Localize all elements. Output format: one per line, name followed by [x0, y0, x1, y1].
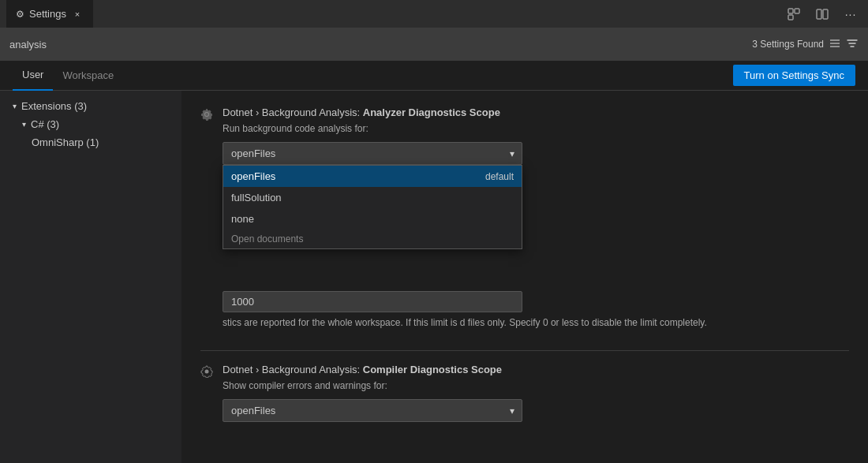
sidebar-item-extensions[interactable]: ▾ Extensions (3) [0, 97, 181, 115]
setting-desc-2: Show compiler errors and warnings for: [223, 380, 849, 391]
setting-content-1: Dotnet › Background Analysis: Analyzer D… [223, 106, 849, 328]
content-area: Dotnet › Background Analysis: Analyzer D… [181, 91, 868, 463]
search-right: 3 Settings Found [752, 37, 859, 52]
settings-found-badge: 3 Settings Found [752, 39, 824, 50]
dropdown-arrow-1: ▾ [510, 148, 514, 159]
settings-tab-icon: ⚙ [16, 9, 24, 20]
header-row: User Workspace Turn on Settings Sync [0, 61, 868, 91]
chevron-extensions-icon: ▾ [13, 102, 17, 110]
dropdown-value-1: openFiles [231, 147, 275, 159]
search-bar: 3 Settings Found [0, 28, 868, 61]
svg-point-8 [205, 370, 209, 374]
svg-rect-2 [788, 15, 793, 20]
dropdown-option-openfiles-default: default [485, 171, 514, 182]
title-bar: ⚙ Settings × ··· [0, 0, 868, 28]
settings-tab-label: Settings [29, 8, 66, 20]
svg-rect-3 [817, 9, 821, 19]
dropdown-option-none-label: none [231, 213, 254, 225]
truncated-desc-1: stics are reported for the whole workspa… [223, 317, 849, 328]
title-bar-actions: ··· [783, 3, 862, 25]
list-icon[interactable] [829, 37, 841, 52]
sync-button[interactable]: Turn on Settings Sync [733, 65, 855, 86]
setting-content-2: Dotnet › Background Analysis: Compiler D… [223, 364, 849, 422]
dropdown-option-fullsolution[interactable]: fullSolution [223, 187, 522, 208]
svg-rect-0 [788, 9, 793, 13]
settings-tab[interactable]: ⚙ Settings × [6, 0, 93, 28]
setting-title-bold-1: Analyzer Diagnostics Scope [363, 106, 500, 118]
sidebar-item-csharp[interactable]: ▾ C# (3) [0, 115, 181, 133]
dropdown-select-1[interactable]: openFiles ▾ [223, 142, 522, 165]
dropdown-select-2[interactable]: openFiles ▾ [223, 399, 522, 422]
dropdown-arrow-2: ▾ [510, 405, 514, 416]
chevron-csharp-icon: ▾ [22, 120, 26, 129]
open-editors-button[interactable] [783, 3, 805, 25]
dropdown-option-none[interactable]: none [223, 208, 522, 230]
svg-rect-4 [823, 9, 828, 19]
number-input-row [223, 291, 849, 312]
tab-user[interactable]: User [13, 61, 53, 91]
setting-desc-1: Run background code analysis for: [223, 123, 849, 134]
sidebar-item-label-omnisharp: OmniSharp (1) [32, 136, 99, 148]
tab-workspace[interactable]: Workspace [53, 61, 123, 91]
setting-title-bold-2: Compiler Diagnostics Scope [363, 364, 502, 375]
sidebar: ▾ Extensions (3) ▾ C# (3) OmniSharp (1) [0, 91, 181, 463]
sidebar-item-label-csharp: C# (3) [31, 118, 59, 130]
sidebar-item-omnisharp[interactable]: OmniSharp (1) [0, 133, 181, 151]
dropdown-separator-label: Open documents [231, 233, 303, 245]
sidebar-item-label-extensions: Extensions (3) [21, 100, 87, 112]
more-actions-button[interactable]: ··· [840, 3, 862, 25]
search-input[interactable] [9, 39, 746, 50]
setting-row-2: Dotnet › Background Analysis: Compiler D… [200, 364, 849, 422]
dropdown-value-2: openFiles [231, 405, 275, 416]
split-editor-button[interactable] [811, 3, 833, 25]
dropdown-option-fullsolution-label: fullSolution [231, 192, 282, 203]
gear-icon-1[interactable] [200, 108, 213, 328]
dropdown-wrapper-1: openFiles ▾ openFiles default fullSoluti… [223, 142, 522, 165]
number-input-1[interactable] [223, 291, 522, 312]
dropdown-separator-open-documents: Open documents [223, 230, 522, 248]
setting-title-2: Dotnet › Background Analysis: Compiler D… [223, 364, 849, 375]
filter-icon[interactable] [846, 37, 859, 52]
setting-divider [200, 350, 849, 351]
gear-icon-2[interactable] [200, 365, 213, 422]
setting-title-prefix-2: Dotnet › Background Analysis: [223, 364, 363, 375]
dropdown-option-openfiles[interactable]: openFiles default [223, 166, 522, 187]
dropdown-menu-1: openFiles default fullSolution none Open… [223, 165, 522, 249]
setting-row-1: Dotnet › Background Analysis: Analyzer D… [200, 106, 849, 328]
dropdown-option-openfiles-label: openFiles [231, 170, 275, 182]
setting-title-prefix-1: Dotnet › Background Analysis: [223, 106, 363, 118]
dropdown-wrapper-2: openFiles ▾ [223, 399, 522, 422]
svg-rect-1 [795, 9, 799, 13]
setting-title-1: Dotnet › Background Analysis: Analyzer D… [223, 106, 849, 118]
close-tab-button[interactable]: × [71, 8, 84, 21]
main-layout: ▾ Extensions (3) ▾ C# (3) OmniSharp (1) … [0, 91, 868, 463]
